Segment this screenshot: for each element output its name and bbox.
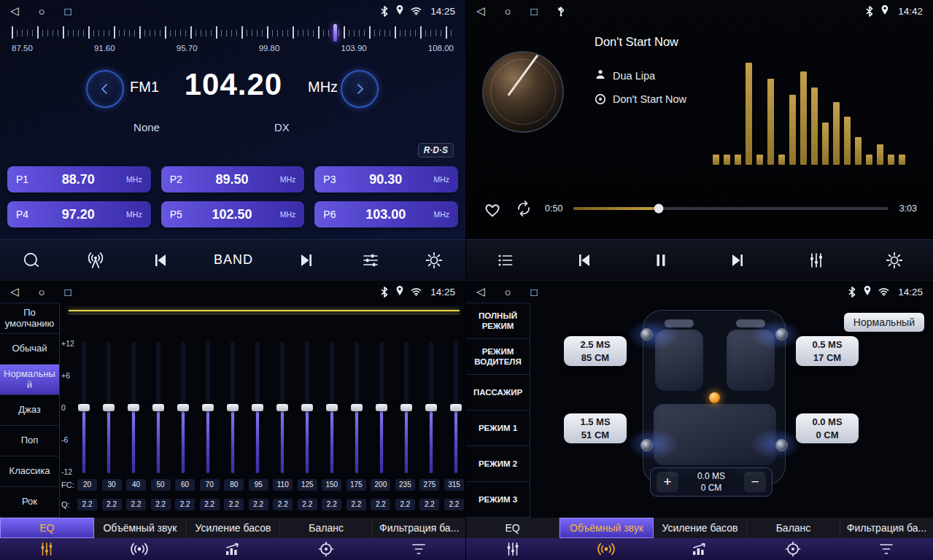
slider-knob[interactable]: [252, 404, 263, 411]
eq-band-slider[interactable]: [276, 342, 289, 473]
eq-band-slider[interactable]: [177, 342, 190, 473]
balance-tab-icon[interactable]: [279, 538, 373, 560]
tab-filter[interactable]: Фильтрация ба...: [840, 518, 933, 538]
tab-surround[interactable]: Объёмный звук: [94, 518, 187, 538]
tuning-indicator[interactable]: [333, 24, 337, 42]
home-icon[interactable]: ○: [39, 286, 45, 298]
tab-balance[interactable]: Баланс: [280, 518, 373, 538]
slider-knob[interactable]: [351, 404, 363, 411]
repeat-button[interactable]: [514, 200, 534, 217]
tab-surround[interactable]: Объёмный звук: [560, 518, 654, 538]
progress-knob[interactable]: [654, 204, 663, 214]
preset-button[interactable]: P3 90.30 MHz: [314, 166, 458, 192]
slider-knob[interactable]: [227, 404, 239, 411]
slider-knob[interactable]: [78, 404, 90, 411]
filter-tab-icon[interactable]: [372, 538, 465, 560]
playlist-button[interactable]: [496, 252, 515, 269]
tab-bass-boost[interactable]: Усиление басов: [187, 518, 280, 538]
tune-up-button[interactable]: [341, 70, 379, 108]
tone-settings-button[interactable]: [361, 252, 380, 269]
recents-icon[interactable]: □: [65, 5, 71, 18]
delay-rear-left[interactable]: 1.5 MS 51 CM: [564, 413, 627, 443]
eq-preset-item[interactable]: Поп: [0, 426, 59, 456]
previous-station-button[interactable]: [150, 252, 169, 269]
eq-band-slider[interactable]: [201, 342, 214, 473]
scan-button[interactable]: [22, 251, 41, 270]
filter-tab-icon[interactable]: [840, 538, 933, 560]
eq-band-slider[interactable]: [325, 342, 338, 473]
next-track-button[interactable]: [729, 252, 748, 269]
tab-eq[interactable]: EQ: [0, 518, 94, 538]
home-icon[interactable]: ○: [505, 5, 511, 18]
delay-decrease-button[interactable]: −: [744, 472, 766, 492]
delay-front-right[interactable]: 0.5 MS 17 CM: [796, 336, 859, 366]
listening-mode-item[interactable]: РЕЖИМ 1: [466, 411, 530, 446]
slider-knob[interactable]: [152, 404, 164, 411]
back-icon[interactable]: ◁: [476, 285, 485, 298]
settings-gear-button[interactable]: [885, 251, 904, 270]
previous-track-button[interactable]: [574, 252, 593, 269]
eq-band-slider[interactable]: [425, 342, 438, 473]
delay-front-left[interactable]: 2.5 MS 85 CM: [564, 336, 627, 366]
listening-mode-item[interactable]: РЕЖИМ 3: [466, 482, 530, 518]
delay-increase-button[interactable]: +: [657, 472, 678, 492]
preset-button[interactable]: P2 89.50 MHz: [161, 166, 305, 192]
slider-knob[interactable]: [301, 404, 313, 411]
eq-band-slider[interactable]: [152, 342, 165, 473]
tab-filter[interactable]: Фильтрация ба...: [373, 518, 465, 538]
broadcast-button[interactable]: [85, 251, 106, 270]
eq-band-slider[interactable]: [77, 342, 90, 473]
eq-band-slider[interactable]: [102, 342, 115, 473]
recents-icon[interactable]: □: [531, 286, 538, 298]
eq-preset-item[interactable]: Нормальный: [0, 365, 59, 395]
eq-band-slider[interactable]: [449, 342, 462, 473]
preset-button[interactable]: P5 102.50 MHz: [161, 201, 305, 228]
eq-band-slider[interactable]: [127, 342, 140, 473]
dx-mode-label[interactable]: DX: [274, 121, 290, 133]
surround-tab-icon[interactable]: [93, 538, 187, 560]
eq-preset-item[interactable]: Рок: [0, 487, 59, 518]
listening-mode-item[interactable]: ПОЛНЫЙ РЕЖИМ: [466, 303, 530, 339]
eq-band-slider[interactable]: [375, 342, 388, 473]
slider-knob[interactable]: [202, 404, 214, 411]
surround-tab-icon[interactable]: [560, 538, 653, 560]
listening-mode-item[interactable]: ПАССАЖИР: [466, 375, 530, 411]
eq-band-slider[interactable]: [251, 342, 264, 473]
slider-knob[interactable]: [376, 404, 387, 411]
listening-mode-item[interactable]: РЕЖИМ 2: [466, 446, 530, 482]
home-icon[interactable]: ○: [39, 5, 45, 18]
bass-boost-tab-icon[interactable]: [186, 538, 279, 560]
eq-band-slider[interactable]: [301, 342, 314, 473]
eq-band-slider[interactable]: [226, 342, 239, 473]
recents-icon[interactable]: □: [65, 286, 71, 298]
preset-button[interactable]: P6 103.00 MHz: [314, 201, 458, 228]
listening-position-dot[interactable]: [709, 392, 720, 403]
back-icon[interactable]: ◁: [476, 4, 485, 18]
eq-band-slider[interactable]: [350, 342, 363, 473]
eq-preset-item[interactable]: По умолчанию: [0, 303, 59, 334]
balance-tab-icon[interactable]: [746, 538, 840, 560]
slider-knob[interactable]: [425, 404, 437, 411]
tune-down-button[interactable]: [86, 70, 124, 108]
band-button[interactable]: BAND: [214, 252, 253, 268]
eq-preset-item[interactable]: Джаз: [0, 395, 59, 426]
back-icon[interactable]: ◁: [10, 4, 19, 18]
favorite-button[interactable]: [482, 200, 503, 218]
recents-icon[interactable]: □: [531, 5, 538, 18]
progress-bar[interactable]: [573, 207, 888, 210]
eq-tab-icon[interactable]: [466, 538, 560, 560]
preset-button[interactable]: P1 88.70 MHz: [7, 166, 151, 192]
tab-bass-boost[interactable]: Усиление басов: [654, 518, 747, 538]
slider-knob[interactable]: [177, 404, 189, 411]
slider-knob[interactable]: [450, 404, 462, 411]
slider-knob[interactable]: [128, 404, 139, 411]
home-icon[interactable]: ○: [505, 286, 511, 298]
slider-knob[interactable]: [400, 404, 412, 411]
settings-gear-button[interactable]: [425, 251, 444, 270]
eq-tab-icon[interactable]: [0, 538, 93, 560]
back-icon[interactable]: ◁: [10, 285, 19, 298]
next-station-button[interactable]: [298, 252, 317, 269]
listening-mode-item[interactable]: РЕЖИМ ВОДИТЕЛЯ: [466, 339, 530, 375]
tab-balance[interactable]: Баланс: [747, 518, 840, 538]
delay-rear-right[interactable]: 0.0 MS 0 CM: [796, 413, 859, 443]
